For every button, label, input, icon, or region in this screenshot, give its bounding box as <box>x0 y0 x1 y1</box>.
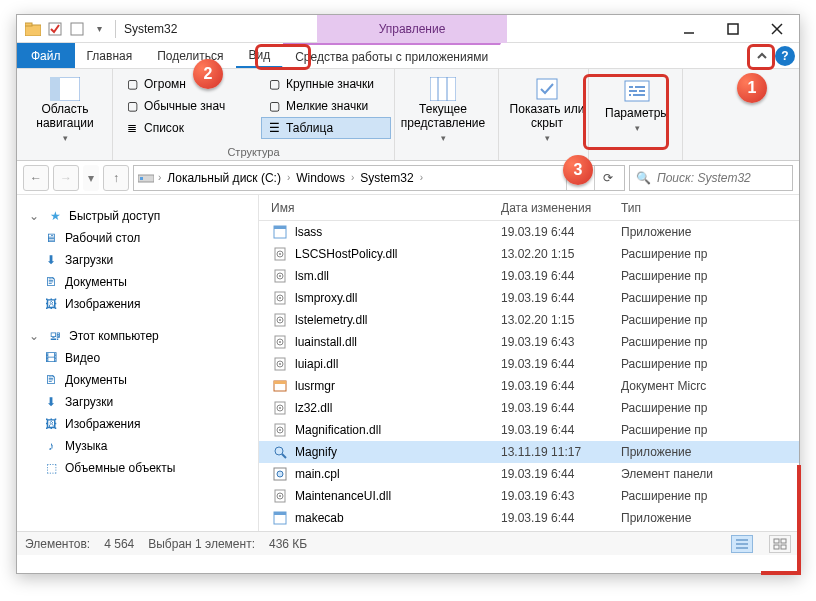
file-date: 19.03.19 6:44 <box>501 423 621 437</box>
svg-point-51 <box>279 495 281 497</box>
tree-documents-pc[interactable]: 🖹Документы <box>21 369 254 391</box>
layout-small[interactable]: ▢Мелкие значки <box>261 95 391 117</box>
file-row[interactable]: lsmproxy.dll19.03.19 6:44Расширение пр <box>259 287 799 309</box>
qat-item-icon[interactable] <box>67 19 87 39</box>
file-row[interactable]: Magnify13.11.19 11:17Приложение <box>259 441 799 463</box>
address-dropdown-icon[interactable]: ⌄ <box>566 166 592 190</box>
file-name: lsass <box>295 225 322 239</box>
forward-button[interactable]: → <box>53 165 79 191</box>
group-panes-label <box>23 144 106 158</box>
svg-rect-18 <box>274 226 286 229</box>
tab-app-tools[interactable]: Средства работы с приложениями <box>283 43 501 68</box>
layout-medium[interactable]: ▢Обычные знач <box>119 95 259 117</box>
tree-3d[interactable]: ⬚Объемные объекты <box>21 457 254 479</box>
crumb-drive[interactable]: Локальный диск (C:) <box>163 171 285 185</box>
qat-checkbox-icon[interactable] <box>45 19 65 39</box>
navigation-pane-button[interactable]: Область навигации ▾ <box>23 73 107 143</box>
back-button[interactable]: ← <box>23 165 49 191</box>
tree-downloads-pc[interactable]: ⬇Загрузки <box>21 391 254 413</box>
file-type: Расширение пр <box>621 291 799 305</box>
status-count: 4 564 <box>104 537 134 551</box>
layout-large[interactable]: ▢Крупные значки <box>261 73 391 95</box>
tab-view[interactable]: Вид <box>236 43 283 68</box>
details-view-icon[interactable] <box>731 535 753 553</box>
file-type: Приложение <box>621 225 799 239</box>
ribbon-panel: Область навигации ▾ ▢Огромн ▢Крупные зна… <box>17 69 799 161</box>
pictures-icon: 🖼 <box>43 296 59 312</box>
nav-tree[interactable]: ⌄ ★ Быстрый доступ 🖥Рабочий стол ⬇Загруз… <box>17 195 259 531</box>
contextual-tab-header: Управление <box>317 15 507 43</box>
current-view-button[interactable]: Текущее представление ▾ <box>401 73 485 143</box>
tree-desktop[interactable]: 🖥Рабочий стол <box>21 227 254 249</box>
file-name: lusrmgr <box>295 379 335 393</box>
tree-music[interactable]: ♪Музыка <box>21 435 254 457</box>
file-row[interactable]: luiapi.dll19.03.19 6:44Расширение пр <box>259 353 799 375</box>
svg-point-44 <box>279 429 281 431</box>
file-row[interactable]: main.cpl19.03.19 6:44Элемент панели <box>259 463 799 485</box>
file-name: Magnification.dll <box>295 423 381 437</box>
refresh-icon[interactable]: ⟳ <box>594 166 620 190</box>
file-icon <box>271 422 289 438</box>
desktop-icon: 🖥 <box>43 230 59 246</box>
window-title: System32 <box>124 22 177 36</box>
layout-extra-large[interactable]: ▢Огромн <box>119 73 259 95</box>
file-name: luiapi.dll <box>295 357 338 371</box>
layout-list[interactable]: ≣Список <box>119 117 259 139</box>
search-input[interactable] <box>657 171 786 185</box>
file-name: luainstall.dll <box>295 335 357 349</box>
layout-options: ▢Огромн ▢Крупные значки ▢Обычные знач ▢М… <box>119 73 388 139</box>
file-type: Расширение пр <box>621 269 799 283</box>
minimize-button[interactable] <box>667 15 711 43</box>
collapse-ribbon-icon[interactable] <box>751 45 773 67</box>
file-row[interactable]: lsm.dll19.03.19 6:44Расширение пр <box>259 265 799 287</box>
tab-file[interactable]: Файл <box>17 43 75 68</box>
show-hide-button[interactable]: Показать или скрыт ▾ <box>505 73 589 143</box>
search-box[interactable]: 🔍 <box>629 165 793 191</box>
tree-documents[interactable]: 🖹Документы <box>21 271 254 293</box>
file-icon <box>271 268 289 284</box>
close-button[interactable] <box>755 15 799 43</box>
tree-downloads[interactable]: ⬇Загрузки <box>21 249 254 271</box>
address-bar[interactable]: › Локальный диск (C:) › Windows › System… <box>133 165 625 191</box>
tree-pictures[interactable]: 🖼Изображения <box>21 293 254 315</box>
file-name: lz32.dll <box>295 401 332 415</box>
qat-dropdown-icon[interactable]: ▾ <box>89 19 109 39</box>
file-row[interactable]: lusrmgr19.03.19 6:44Документ Micrс <box>259 375 799 397</box>
chevron-down-icon[interactable]: ⌄ <box>29 209 41 223</box>
file-row[interactable]: makecab19.03.19 6:44Приложение <box>259 507 799 529</box>
file-row[interactable]: lz32.dll19.03.19 6:44Расширение пр <box>259 397 799 419</box>
svg-point-41 <box>279 407 281 409</box>
layout-details[interactable]: ☰Таблица <box>261 117 391 139</box>
maximize-button[interactable] <box>711 15 755 43</box>
file-row[interactable]: lstelemetry.dll13.02.20 1:15Расширение п… <box>259 309 799 331</box>
column-headers[interactable]: Имя Дата изменения Тип <box>259 195 799 221</box>
tree-this-pc[interactable]: ⌄ 🖳 Этот компьютер <box>21 325 254 347</box>
tree-pictures-pc[interactable]: 🖼Изображения <box>21 413 254 435</box>
up-button[interactable]: ↑ <box>103 165 129 191</box>
crumb-windows[interactable]: Windows <box>292 171 349 185</box>
file-row[interactable]: lsass19.03.19 6:44Приложение <box>259 221 799 243</box>
title-bar: ▾ System32 Управление <box>17 15 799 43</box>
file-type: Документ Micrс <box>621 379 799 393</box>
file-row[interactable]: Magnification.dll19.03.19 6:44Расширение… <box>259 419 799 441</box>
chevron-down-icon[interactable]: ⌄ <box>29 329 41 343</box>
tab-home[interactable]: Главная <box>75 43 146 68</box>
crumb-system32[interactable]: System32 <box>356 171 417 185</box>
file-row[interactable]: LSCSHostPolicy.dll13.02.20 1:15Расширени… <box>259 243 799 265</box>
col-type[interactable]: Тип <box>621 201 799 215</box>
col-date[interactable]: Дата изменения <box>501 201 621 215</box>
file-row[interactable]: MaintenanceUI.dll19.03.19 6:43Расширение… <box>259 485 799 507</box>
file-row[interactable]: luainstall.dll19.03.19 6:43Расширение пр <box>259 331 799 353</box>
pictures-icon: 🖼 <box>43 416 59 432</box>
chevron-right-icon[interactable]: › <box>420 172 423 183</box>
help-icon[interactable]: ? <box>775 46 795 66</box>
tree-videos[interactable]: 🎞Видео <box>21 347 254 369</box>
col-name[interactable]: Имя <box>271 201 501 215</box>
download-icon: ⬇ <box>43 252 59 268</box>
tree-quick-access[interactable]: ⌄ ★ Быстрый доступ <box>21 205 254 227</box>
file-name: makecab <box>295 511 344 525</box>
options-button[interactable]: Параметры ▾ <box>595 73 679 143</box>
recent-locations-button[interactable]: ▾ <box>83 165 99 191</box>
tab-share[interactable]: Поделиться <box>145 43 236 68</box>
ribbon-tabs: Файл Главная Поделиться Вид Средства раб… <box>17 43 799 69</box>
